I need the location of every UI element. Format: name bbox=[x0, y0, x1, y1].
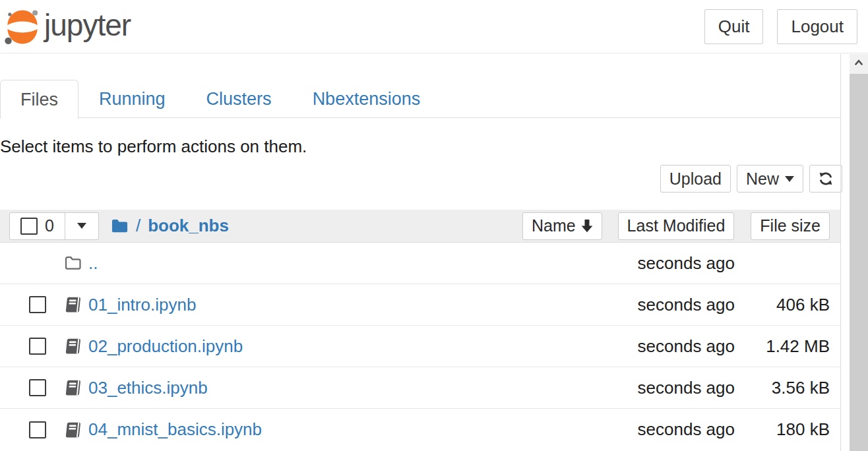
jupyter-logo-text: jupyter bbox=[44, 7, 131, 43]
instruction-text: Select items to perform actions on them. bbox=[0, 136, 307, 156]
folder-icon bbox=[111, 219, 129, 233]
jupyter-logo[interactable]: jupyter bbox=[3, 7, 131, 46]
scroll-up-button[interactable] bbox=[850, 54, 868, 73]
breadcrumb-current-folder[interactable]: book_nbs bbox=[148, 216, 229, 236]
vertical-scrollbar[interactable] bbox=[850, 54, 868, 451]
file-checkbox[interactable] bbox=[29, 296, 46, 313]
tab-bar: FilesRunningClustersNbextensions bbox=[0, 80, 840, 118]
select-button-group: 0 bbox=[9, 212, 99, 240]
list-header-row: 0 / book_nbs Name bbox=[0, 210, 840, 243]
tab-running[interactable]: Running bbox=[78, 80, 186, 118]
file-rows-container: .. seconds ago 01_intro.ipynb seconds ag… bbox=[0, 243, 840, 450]
notebook-icon bbox=[63, 338, 82, 355]
file-size: 1.42 MB bbox=[735, 336, 830, 357]
file-name-link[interactable]: 04_mnist_basics.ipynb bbox=[88, 419, 262, 440]
file-row-02_production.ipynb: 02_production.ipynb seconds ago 1.42 MB bbox=[0, 326, 840, 367]
breadcrumb-separator[interactable]: / bbox=[136, 216, 140, 236]
folder-outline-icon bbox=[64, 256, 82, 270]
file-checkbox[interactable] bbox=[29, 338, 46, 355]
action-toolbar: Upload New bbox=[0, 165, 842, 193]
file-row-04_mnist_basics.ipynb: 04_mnist_basics.ipynb seconds ago 180 kB bbox=[0, 409, 840, 450]
session-buttons: Quit Logout bbox=[704, 9, 857, 44]
jupyter-logo-icon bbox=[3, 8, 42, 46]
file-name-link[interactable]: 01_intro.ipynb bbox=[88, 295, 196, 315]
select-filter-dropdown[interactable] bbox=[65, 212, 99, 240]
file-row-..: .. seconds ago bbox=[0, 243, 840, 284]
file-name-link[interactable]: 03_ethics.ipynb bbox=[88, 378, 208, 398]
sort-by-size-button[interactable]: File size bbox=[751, 212, 830, 240]
file-list: 0 / book_nbs Name bbox=[0, 210, 840, 450]
file-modified: seconds ago bbox=[596, 419, 735, 440]
notebook-icon bbox=[63, 379, 82, 396]
select-all-checkbox[interactable] bbox=[20, 218, 38, 235]
new-dropdown-button[interactable]: New bbox=[737, 165, 803, 193]
arrow-down-icon bbox=[581, 219, 593, 233]
select-all-button[interactable]: 0 bbox=[9, 212, 65, 240]
app-header: jupyter Quit Logout bbox=[0, 0, 868, 53]
tab-clusters[interactable]: Clusters bbox=[186, 80, 292, 118]
sort-name-label: Name bbox=[532, 216, 576, 235]
jupyter-file-browser: jupyter Quit Logout FilesRunningClusters… bbox=[0, 0, 868, 451]
sort-by-modified-button[interactable]: Last Modified bbox=[618, 212, 735, 240]
scrollbar-thumb[interactable] bbox=[850, 74, 868, 451]
file-row-03_ethics.ipynb: 03_ethics.ipynb seconds ago 3.56 kB bbox=[0, 367, 840, 409]
file-row-01_intro.ipynb: 01_intro.ipynb seconds ago 406 kB bbox=[0, 284, 840, 326]
breadcrumb-root-folder[interactable] bbox=[111, 219, 129, 233]
file-size: 3.56 kB bbox=[735, 378, 830, 398]
file-modified: seconds ago bbox=[596, 253, 735, 274]
chevron-down-icon bbox=[785, 176, 794, 182]
file-size: 406 kB bbox=[735, 295, 830, 315]
file-name-link[interactable]: .. bbox=[88, 253, 98, 274]
selected-count: 0 bbox=[45, 216, 54, 235]
upload-button[interactable]: Upload bbox=[660, 165, 731, 193]
file-size: 180 kB bbox=[735, 419, 830, 440]
refresh-button[interactable] bbox=[809, 165, 842, 193]
new-dropdown-label: New bbox=[746, 169, 779, 189]
file-checkbox[interactable] bbox=[29, 379, 46, 396]
file-modified: seconds ago bbox=[596, 378, 735, 398]
file-name-link[interactable]: 02_production.ipynb bbox=[88, 336, 243, 357]
quit-button[interactable]: Quit bbox=[704, 9, 764, 44]
notebook-icon bbox=[63, 296, 82, 313]
logout-button[interactable]: Logout bbox=[777, 9, 857, 44]
file-modified: seconds ago bbox=[596, 295, 735, 315]
notebook-icon bbox=[63, 421, 82, 438]
tab-nbextensions[interactable]: Nbextensions bbox=[292, 80, 441, 118]
breadcrumb: / book_nbs bbox=[111, 216, 229, 236]
file-modified: seconds ago bbox=[596, 336, 735, 357]
tab-files[interactable]: Files bbox=[0, 80, 78, 119]
content-right-border bbox=[840, 54, 841, 451]
refresh-icon bbox=[819, 171, 833, 186]
file-checkbox[interactable] bbox=[29, 421, 46, 438]
chevron-down-icon bbox=[77, 223, 86, 229]
sort-by-name-button[interactable]: Name bbox=[522, 212, 602, 240]
chevron-up-icon bbox=[853, 57, 865, 69]
